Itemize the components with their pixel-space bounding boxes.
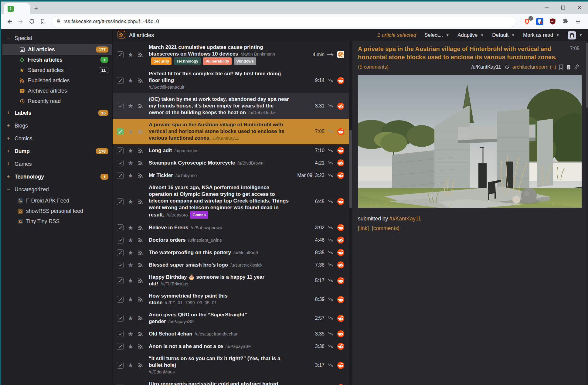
scrollbar-thumb[interactable] bbox=[586, 43, 588, 108]
mark-as-read-button[interactable]: Mark as read▼ bbox=[523, 32, 559, 38]
extensions-puzzle-icon[interactable] bbox=[561, 18, 569, 26]
sort-order-dropdown[interactable]: Default▼ bbox=[492, 32, 515, 38]
minimize-button[interactable] bbox=[544, 5, 550, 11]
reader-author-link[interactable]: /u/KantKay11 bbox=[471, 64, 501, 70]
collapse-icon[interactable]: − bbox=[7, 186, 15, 193]
article-checkbox[interactable] bbox=[117, 128, 124, 135]
article-title[interactable]: Ulro represents narcissistic cold and ab… bbox=[149, 381, 280, 385]
article-tag-games[interactable]: Games bbox=[190, 211, 208, 219]
sidebar-category-games[interactable]: +Games bbox=[2, 158, 112, 170]
article-checkbox[interactable] bbox=[117, 147, 124, 154]
view-mode-dropdown[interactable]: Adaptive▼ bbox=[457, 32, 484, 38]
article-title[interactable]: Old School 4chan bbox=[149, 331, 192, 337]
browser-menu-icon[interactable] bbox=[574, 18, 582, 26]
sidebar-item-fresh-articles[interactable]: Fresh articles1 bbox=[2, 55, 112, 65]
sidebar-item-tiny-tiny-rss[interactable]: Tiny Tiny RSS bbox=[2, 216, 112, 227]
article-row[interactable]: ★Doctors orders/u/insolent_swine4:46 bbox=[113, 234, 349, 246]
collapse-icon[interactable]: − bbox=[7, 35, 15, 42]
maximize-button[interactable] bbox=[560, 5, 566, 11]
article-row[interactable]: ★The waterproofing on this pottery/u/Met… bbox=[113, 246, 349, 259]
sidebar-category-blogs[interactable]: +Blogs bbox=[2, 120, 112, 132]
star-icon[interactable]: ★ bbox=[128, 225, 133, 231]
article-row[interactable]: ★Ulro represents narcissistic cold and a… bbox=[113, 378, 349, 385]
article-tag-technology[interactable]: Technology bbox=[174, 57, 201, 65]
sidebar-item-published-articles[interactable]: Published articles bbox=[2, 75, 112, 86]
article-title[interactable]: Steampunk Gyroscopic Motorcycle bbox=[149, 160, 235, 166]
publish-bookmark-icon[interactable] bbox=[559, 64, 563, 70]
article-row[interactable]: ★A private spa in the Austrian village o… bbox=[113, 119, 349, 144]
article-title[interactable]: Perfect fit for this complex tile cut! M… bbox=[149, 71, 281, 83]
article-row[interactable]: ★Anon is not a she and not a ze/u/Papaya… bbox=[113, 340, 349, 353]
star-icon[interactable]: ★ bbox=[128, 331, 133, 337]
reader-comments-count[interactable]: (5 comments) bbox=[358, 64, 389, 70]
sidebar-item-recently-read[interactable]: Recently read bbox=[2, 96, 112, 106]
star-icon[interactable]: ★ bbox=[128, 128, 133, 135]
article-title[interactable]: “It still turns on so you can fix it rig… bbox=[149, 356, 280, 368]
article-checkbox[interactable] bbox=[117, 249, 124, 256]
article-title[interactable]: Doctors orders bbox=[149, 237, 186, 243]
article-row[interactable]: ★March 2021 cumulative updates cause pri… bbox=[113, 41, 349, 68]
article-checkbox[interactable] bbox=[117, 343, 124, 350]
article-row[interactable]: ★“It still turns on so you can fix it ri… bbox=[113, 353, 349, 378]
article-title[interactable]: The waterproofing on this pottery bbox=[149, 250, 231, 255]
expand-icon[interactable]: + bbox=[7, 135, 15, 142]
headlines-scrollbar[interactable] bbox=[349, 41, 352, 385]
expand-icon[interactable]: + bbox=[7, 161, 15, 167]
scrollbar-thumb[interactable] bbox=[349, 130, 352, 208]
article-checkbox[interactable] bbox=[117, 172, 124, 179]
article-checkbox[interactable] bbox=[117, 262, 124, 268]
article-checkbox[interactable] bbox=[117, 51, 124, 58]
article-tag-windows[interactable]: Windows bbox=[234, 57, 256, 65]
article-row[interactable]: ★Anon gives QRD on the “SuperStraight” g… bbox=[113, 309, 349, 328]
ublock-icon[interactable]: uO bbox=[549, 18, 556, 26]
star-icon[interactable]: ★ bbox=[128, 199, 133, 205]
close-button[interactable] bbox=[576, 5, 583, 11]
star-icon[interactable]: ★ bbox=[128, 278, 133, 284]
article-checkbox[interactable] bbox=[117, 77, 124, 84]
url-bar[interactable]: rss.fakecake.org/tt-rss/index.php#f=-4&c… bbox=[52, 16, 516, 27]
page-scrollbar[interactable] bbox=[586, 41, 588, 385]
star-icon[interactable]: ★ bbox=[128, 148, 133, 154]
article-checkbox[interactable] bbox=[117, 296, 124, 303]
star-icon[interactable]: ★ bbox=[128, 262, 133, 268]
submitted-user-link[interactable]: /u/KantKay11 bbox=[389, 216, 421, 222]
star-icon[interactable]: ★ bbox=[128, 77, 133, 83]
bookmark-button[interactable] bbox=[37, 16, 48, 27]
comments-link[interactable]: [comments] bbox=[372, 225, 399, 232]
star-icon[interactable]: ★ bbox=[128, 172, 133, 179]
star-icon[interactable]: ★ bbox=[128, 52, 133, 58]
star-icon[interactable]: ★ bbox=[128, 362, 133, 368]
article-tag-vulnerability[interactable]: Vulnerability bbox=[203, 57, 232, 65]
article-checkbox[interactable] bbox=[117, 315, 124, 322]
article-row[interactable]: ★Mr Tickler/u/TokyonoMar 09, 3:23 bbox=[113, 169, 349, 182]
article-checkbox[interactable] bbox=[117, 277, 124, 284]
sidebar-category-dump[interactable]: +Dump176 bbox=[2, 145, 112, 157]
sidebar-item-starred-articles[interactable]: ★Starred articles11 bbox=[2, 65, 112, 75]
article-row[interactable]: ★Steampunk Gyroscopic Motorcycle/u/BlvdB… bbox=[113, 157, 349, 169]
bitwarden-icon[interactable] bbox=[536, 18, 544, 26]
article-row[interactable]: ★Perfect fit for this complex tile cut! … bbox=[113, 68, 349, 93]
expand-icon[interactable]: + bbox=[7, 173, 15, 180]
article-row[interactable]: ★Almost 16 years ago, NSA performed inte… bbox=[113, 182, 349, 221]
article-title[interactable]: Blessed super smash bro’s logo bbox=[149, 262, 228, 268]
article-row[interactable]: ★(OC) taken by me at work today, abandon… bbox=[113, 93, 349, 119]
sidebar-item-f-droid-apk-feed[interactable]: F-Droid APK Feed bbox=[2, 196, 112, 206]
browser-tab[interactable]: 1 bbox=[4, 3, 30, 14]
brave-shield-icon[interactable]: 7 bbox=[523, 18, 531, 26]
forward-button[interactable] bbox=[15, 16, 26, 27]
edit-note-icon[interactable] bbox=[566, 64, 571, 70]
expand-icon[interactable]: + bbox=[7, 122, 15, 129]
star-icon[interactable]: ★ bbox=[128, 237, 133, 243]
sidebar-category-labels[interactable]: +Labels15 bbox=[2, 107, 112, 119]
reader-article-title[interactable]: A private spa in the Austrian village of… bbox=[358, 45, 570, 61]
sidebar-item-archived-articles[interactable]: Archived articles bbox=[2, 86, 112, 96]
external-link[interactable]: [link] bbox=[358, 225, 369, 232]
select-dropdown[interactable]: Select...▼ bbox=[424, 32, 449, 38]
star-icon[interactable]: ★ bbox=[128, 343, 133, 349]
star-icon[interactable]: ★ bbox=[128, 250, 133, 256]
article-row[interactable]: ★Happy Birthday 🎂 someone is a happy 11 … bbox=[113, 271, 349, 290]
article-title[interactable]: Believe in Frens bbox=[149, 225, 188, 230]
back-button[interactable] bbox=[4, 16, 15, 27]
article-title[interactable]: Long adit bbox=[149, 148, 172, 153]
star-icon[interactable]: ★ bbox=[128, 160, 133, 166]
